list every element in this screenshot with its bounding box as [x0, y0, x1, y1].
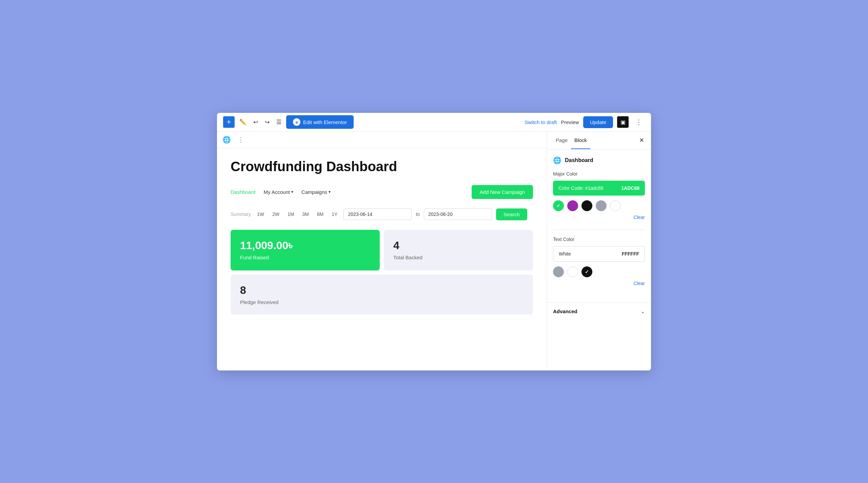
text-color-clear-button[interactable]: Clear: [634, 281, 645, 286]
swatch-white[interactable]: [610, 200, 621, 211]
panel-close-button[interactable]: ✕: [638, 135, 646, 145]
major-color-clear-button[interactable]: Clear: [634, 215, 645, 220]
date-to-input[interactable]: [424, 208, 492, 220]
pledge-received-label: Pledge Received: [240, 299, 524, 305]
panel-block-title: Dashboard: [565, 157, 593, 163]
main-window: + ✏️ ↩ ↪ ☰ e Edit with Elementor Switch …: [217, 113, 651, 370]
text-swatch-black[interactable]: [581, 266, 592, 277]
toolbar-right: Switch to draft Preview Update ▣ ⋮: [525, 116, 645, 128]
major-color-code: 1ADC68: [621, 185, 639, 191]
panel-divider: [553, 229, 645, 230]
panel-block-icon: 🌐: [553, 156, 561, 164]
pledge-received-value: 8: [240, 284, 524, 297]
nav-row: Dashboard My Account ▾ Campaigns ▾ Add N…: [231, 185, 533, 199]
filter-1w[interactable]: 1W: [255, 210, 266, 218]
add-new-campaign-button[interactable]: Add New Campaign: [472, 185, 533, 199]
swatch-black[interactable]: [581, 200, 592, 211]
right-panel: Page Block ✕ 🌐 Dashboard Major Color Col…: [547, 132, 651, 370]
undo-button[interactable]: ↩: [251, 117, 260, 128]
more-options-button[interactable]: ⋮: [633, 117, 645, 127]
pledge-received-card: 8 Pledge Received: [231, 275, 533, 315]
swatch-gray[interactable]: [596, 200, 607, 211]
update-button[interactable]: Update: [583, 116, 613, 128]
redo-button[interactable]: ↪: [263, 117, 272, 128]
major-color-display[interactable]: Color Code: #1adc68 1ADC68: [553, 181, 645, 196]
campaigns-chevron-icon: ▾: [329, 189, 331, 194]
page-title: Crowdfunding Dashboard: [231, 159, 533, 174]
campaigns-label: Campaigns: [301, 189, 327, 195]
globe-icon: 🌐: [222, 136, 231, 144]
advanced-section: Advanced ⌄: [547, 302, 651, 320]
search-button[interactable]: Search: [496, 208, 527, 220]
major-color-section-title: Major Color: [553, 171, 645, 177]
date-from-input[interactable]: [343, 208, 412, 220]
my-account-chevron-icon: ▾: [291, 189, 293, 194]
tab-page[interactable]: Page: [552, 132, 571, 149]
list-icon-button[interactable]: ☰: [274, 117, 283, 128]
editor-dots-button[interactable]: ⋮: [236, 135, 245, 145]
text-swatch-white[interactable]: [567, 266, 578, 277]
edit-with-elementor-button[interactable]: e Edit with Elementor: [286, 115, 354, 129]
nav-campaigns[interactable]: Campaigns ▾: [301, 189, 331, 195]
main-content: 🌐 ⋮ Crowdfunding Dashboard Dashboard My …: [217, 132, 651, 370]
nav-dashboard[interactable]: Dashboard: [231, 189, 255, 195]
undo-icon: ↩: [253, 119, 258, 126]
panel-block-header: 🌐 Dashboard: [553, 156, 645, 164]
edit-icon-button[interactable]: ✏️: [237, 117, 249, 128]
total-backed-value: 4: [393, 239, 524, 252]
layout-icon-button[interactable]: ▣: [617, 116, 629, 128]
advanced-chevron-icon: ⌄: [640, 308, 645, 315]
fund-raised-card: 11,009.00৳ Fund Raised: [231, 230, 380, 270]
text-color-display[interactable]: White FFFFFF: [553, 246, 645, 262]
advanced-header[interactable]: Advanced ⌄: [547, 303, 651, 320]
filter-2w[interactable]: 2W: [270, 210, 281, 218]
filter-6m[interactable]: 6M: [315, 210, 326, 218]
text-swatch-light-gray[interactable]: [553, 266, 564, 277]
filter-1y[interactable]: 1Y: [330, 210, 339, 218]
elementor-button-label: Edit with Elementor: [303, 119, 347, 125]
my-account-label: My Account: [263, 189, 290, 195]
text-color-code: FFFFFF: [622, 251, 639, 257]
swatch-green[interactable]: [553, 200, 564, 211]
nav-my-account[interactable]: My Account ▾: [263, 189, 293, 195]
swatch-purple[interactable]: [567, 200, 578, 211]
redo-icon: ↪: [265, 119, 270, 126]
total-backed-card: 4 Total Backed: [384, 230, 533, 270]
major-color-label: Color Code: #1adc68: [558, 185, 603, 191]
major-color-swatches: [553, 200, 645, 211]
editor-topbar: 🌐 ⋮: [217, 132, 547, 148]
text-color-swatches: [553, 266, 645, 277]
toolbar-left: + ✏️ ↩ ↪ ☰ e Edit with Elementor: [223, 115, 522, 129]
filter-3m[interactable]: 3M: [300, 210, 311, 218]
switch-to-draft-button[interactable]: Switch to draft: [525, 119, 557, 125]
filter-1m[interactable]: 1M: [285, 210, 296, 218]
dots-vertical-icon: ⋮: [635, 118, 642, 126]
advanced-title: Advanced: [553, 308, 577, 314]
total-backed-label: Total Backed: [393, 255, 524, 260]
filter-row: Summary 1W 2W 1M 3M 6M 1Y to Search: [231, 208, 533, 220]
text-color-section-title: Text Color: [553, 237, 645, 242]
summary-label: Summary: [231, 212, 251, 217]
toolbar: + ✏️ ↩ ↪ ☰ e Edit with Elementor Switch …: [217, 113, 651, 132]
editor-content: Crowdfunding Dashboard Dashboard My Acco…: [217, 148, 547, 370]
panel-body: 🌐 Dashboard Major Color Color Code: #1ad…: [547, 149, 651, 300]
elementor-icon: e: [293, 118, 300, 126]
nav-links: Dashboard My Account ▾ Campaigns ▾: [231, 189, 331, 195]
stats-grid: 11,009.00৳ Fund Raised 4 Total Backed: [231, 230, 533, 270]
fund-raised-value: 11,009.00৳: [240, 239, 370, 252]
layout-icon: ▣: [620, 119, 626, 125]
pencil-icon: ✏️: [239, 119, 246, 126]
tab-block[interactable]: Block: [571, 132, 590, 149]
editor-area: 🌐 ⋮ Crowdfunding Dashboard Dashboard My …: [217, 132, 547, 370]
panel-tabs: Page Block ✕: [547, 132, 651, 149]
preview-button[interactable]: Preview: [561, 119, 579, 125]
date-separator: to: [416, 212, 420, 217]
add-button[interactable]: +: [223, 116, 235, 128]
text-color-label: White: [559, 251, 571, 257]
list-icon: ☰: [276, 119, 281, 126]
fund-raised-label: Fund Raised: [240, 255, 370, 260]
